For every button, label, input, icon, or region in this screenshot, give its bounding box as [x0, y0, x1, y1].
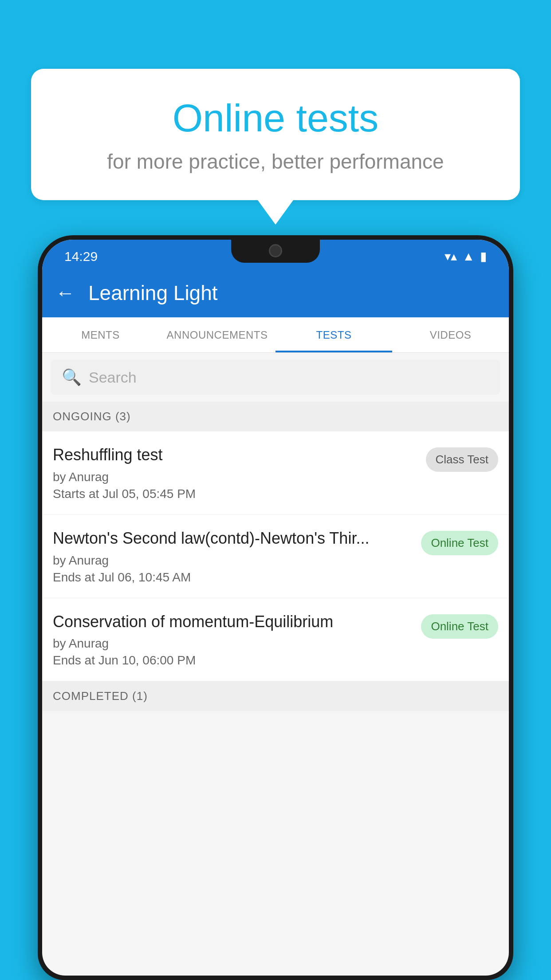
wifi-icon: ▾▴ [445, 249, 457, 264]
app-title: Learning Light [88, 281, 218, 305]
search-bar[interactable]: 🔍 Search [51, 360, 500, 395]
test-item-conservation[interactable]: Conservation of momentum-Equilibrium by … [42, 598, 509, 682]
test-item-newton[interactable]: Newton's Second law(contd)-Newton's Thir… [42, 515, 509, 598]
test-info: Conservation of momentum-Equilibrium by … [53, 612, 412, 668]
test-author: by Anurag [53, 636, 412, 651]
completed-section-header: COMPLETED (1) [42, 681, 509, 711]
speech-bubble-title: Online tests [67, 95, 484, 141]
speech-bubble-arrow [258, 200, 293, 225]
search-icon: 🔍 [62, 368, 82, 387]
speech-bubble: Online tests for more practice, better p… [31, 69, 520, 200]
tab-videos[interactable]: VIDEOS [392, 317, 509, 352]
back-button[interactable]: ← [55, 282, 75, 304]
test-name: Newton's Second law(contd)-Newton's Thir… [53, 528, 412, 549]
ongoing-section-header: ONGOING (3) [42, 402, 509, 431]
test-info: Reshuffling test by Anurag Starts at Jul… [53, 445, 417, 501]
test-date: Starts at Jul 05, 05:45 PM [53, 487, 417, 501]
search-placeholder: Search [89, 369, 137, 386]
phone-frame: 14:29 ▾▴ ▲ ▮ ← Learning Light MENTS ANNO… [38, 235, 513, 980]
tab-tests[interactable]: TESTS [276, 317, 392, 352]
phone-notch [231, 240, 320, 263]
test-author: by Anurag [53, 553, 412, 568]
app-bar: ← Learning Light [42, 269, 509, 317]
test-date: Ends at Jun 10, 06:00 PM [53, 653, 412, 668]
tab-bar: MENTS ANNOUNCEMENTS TESTS VIDEOS [42, 317, 509, 353]
status-icons: ▾▴ ▲ ▮ [445, 249, 487, 264]
test-list: Reshuffling test by Anurag Starts at Jul… [42, 431, 509, 681]
test-item-reshuffling[interactable]: Reshuffling test by Anurag Starts at Jul… [42, 431, 509, 515]
signal-icon: ▲ [462, 249, 475, 264]
test-author: by Anurag [53, 470, 417, 484]
test-date: Ends at Jul 06, 10:45 AM [53, 570, 412, 585]
tab-ments[interactable]: MENTS [42, 317, 159, 352]
online-test-badge: Online Test [421, 531, 498, 555]
status-time: 14:29 [64, 249, 98, 264]
speech-bubble-container: Online tests for more practice, better p… [31, 69, 520, 225]
speech-bubble-subtitle: for more practice, better performance [67, 150, 484, 174]
test-name: Conservation of momentum-Equilibrium [53, 612, 412, 632]
phone-camera [269, 244, 282, 257]
battery-icon: ▮ [480, 249, 487, 264]
tab-announcements[interactable]: ANNOUNCEMENTS [159, 317, 276, 352]
class-test-badge: Class Test [426, 447, 498, 472]
test-name: Reshuffling test [53, 445, 417, 466]
online-test-badge-2: Online Test [421, 614, 498, 639]
test-info: Newton's Second law(contd)-Newton's Thir… [53, 528, 412, 585]
phone-screen: 14:29 ▾▴ ▲ ▮ ← Learning Light MENTS ANNO… [42, 240, 509, 976]
